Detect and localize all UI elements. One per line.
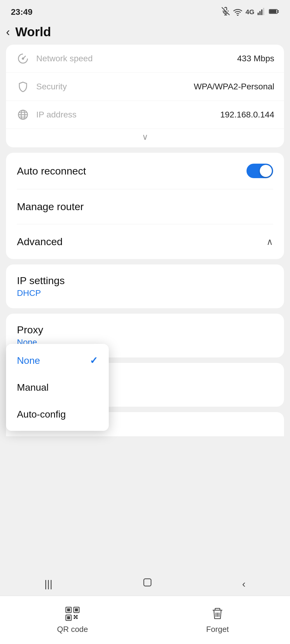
4g-icon: 4G xyxy=(246,8,254,16)
proxy-label: Proxy xyxy=(17,324,273,336)
back-nav-button[interactable]: ‹ xyxy=(242,578,246,590)
qr-code-icon xyxy=(65,606,80,622)
chevron-up-icon: ∧ xyxy=(266,236,273,247)
proxy-option-autoconfig-label: Auto-config xyxy=(17,409,66,420)
proxy-dropdown[interactable]: None ✓ Manual Auto-config xyxy=(6,344,109,431)
mute-icon xyxy=(221,7,230,17)
status-bar: 23:49 xyxy=(0,0,290,22)
advanced-label: Advanced xyxy=(17,236,63,248)
ip-settings-card[interactable]: IP settings DHCP xyxy=(6,264,284,308)
ip-address-label: IP address xyxy=(36,110,220,120)
auto-reconnect-row: Auto reconnect xyxy=(6,153,284,189)
svg-point-3 xyxy=(237,15,238,16)
signal-icon xyxy=(257,8,266,16)
forget-label: Forget xyxy=(206,625,229,634)
security-value: WPA/WPA2-Personal xyxy=(194,82,274,91)
ip-settings-label: IP settings xyxy=(17,275,273,287)
proxy-option-manual[interactable]: Manual xyxy=(6,374,109,401)
recent-apps-button[interactable]: ||| xyxy=(44,578,53,590)
network-speed-label: Network speed xyxy=(36,54,237,63)
back-button[interactable]: ‹ xyxy=(6,26,10,38)
top-nav: ‹ World xyxy=(0,22,290,45)
status-icons: 4G xyxy=(221,7,279,17)
forget-button[interactable]: Forget xyxy=(145,596,290,644)
proxy-option-none-label: None xyxy=(17,355,40,366)
wifi-icon xyxy=(233,7,243,17)
svg-rect-6 xyxy=(261,9,263,15)
svg-rect-5 xyxy=(259,11,261,15)
proxy-option-none[interactable]: None ✓ xyxy=(6,347,109,374)
expand-row[interactable]: ∨ xyxy=(6,129,284,147)
svg-rect-7 xyxy=(263,8,264,15)
svg-rect-4 xyxy=(258,13,259,15)
qr-code-label: QR code xyxy=(57,625,88,634)
auto-reconnect-toggle[interactable] xyxy=(246,164,273,178)
bottom-action-bar: QR code Forget xyxy=(0,596,290,644)
chevron-down-icon: ∨ xyxy=(142,132,148,142)
svg-point-12 xyxy=(22,58,24,59)
svg-rect-24 xyxy=(67,616,70,619)
checkmark-icon: ✓ xyxy=(90,355,98,366)
advanced-row[interactable]: Advanced ∧ xyxy=(6,224,284,259)
ip-address-row: IP address 192.168.0.144 xyxy=(6,101,284,129)
svg-rect-22 xyxy=(75,608,78,611)
manage-router-row[interactable]: Manage router xyxy=(6,189,284,224)
speed-icon xyxy=(16,53,30,64)
svg-rect-20 xyxy=(67,608,70,611)
manage-router-label: Manage router xyxy=(17,201,84,213)
security-row: Security WPA/WPA2-Personal xyxy=(6,73,284,101)
proxy-option-manual-label: Manual xyxy=(17,382,49,393)
ip-settings-value: DHCP xyxy=(17,288,273,298)
svg-rect-18 xyxy=(144,579,151,586)
home-button[interactable] xyxy=(141,576,153,591)
proxy-option-autoconfig[interactable]: Auto-config xyxy=(6,401,109,428)
system-nav-bar: ||| ‹ xyxy=(0,572,290,596)
network-speed-value: 433 Mbps xyxy=(237,54,274,63)
auto-reconnect-label: Auto reconnect xyxy=(17,165,86,177)
network-info-card: Network speed 433 Mbps Security WPA/WPA2… xyxy=(6,45,284,147)
ip-icon xyxy=(16,109,30,120)
forget-icon xyxy=(210,606,225,622)
svg-rect-11 xyxy=(269,10,276,13)
status-time: 23:49 xyxy=(11,7,33,17)
toggle-knob xyxy=(260,165,272,177)
svg-rect-29 xyxy=(75,616,76,618)
ip-address-value: 192.168.0.144 xyxy=(220,110,274,120)
auto-reconnect-card: Auto reconnect Manage router Advanced ∧ xyxy=(6,153,284,259)
security-icon xyxy=(16,81,30,92)
page-title: World xyxy=(15,25,51,39)
network-speed-row: Network speed 433 Mbps xyxy=(6,45,284,73)
battery-icon xyxy=(269,8,279,16)
security-label: Security xyxy=(36,82,194,91)
qr-code-button[interactable]: QR code xyxy=(0,596,145,644)
